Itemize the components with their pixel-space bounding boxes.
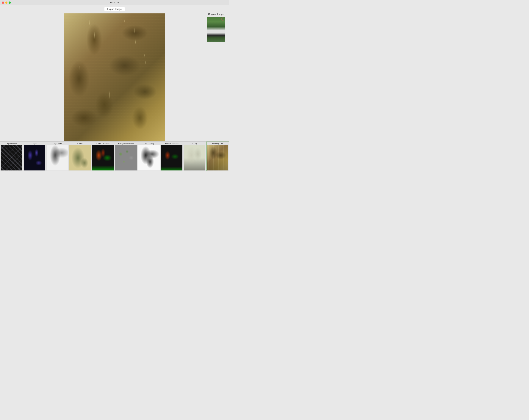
filter-item-hexagonal-pixellate[interactable]: Hexagonal Pixellate xyxy=(115,142,137,171)
filter-thumb-edges xyxy=(24,145,45,171)
filter-label-edge-detector: Edge Detector xyxy=(5,143,17,145)
filter-label-line-overlay: Line Overlay xyxy=(144,143,154,145)
filter-item-gloom[interactable]: Gloom xyxy=(69,142,92,171)
main-image xyxy=(64,13,165,144)
filter-strip: Edge Detector Edges Edge Work Gloom Gabo… xyxy=(0,141,229,171)
filter-thumb-scratchy-film xyxy=(207,145,228,171)
filter-item-edge-work[interactable]: Edge Work xyxy=(46,142,69,171)
filter-label-edges: Edges xyxy=(32,143,37,145)
filter-thumb-edge-work xyxy=(47,145,68,171)
filter-thumb-x-ray xyxy=(184,145,205,171)
filter-thumb-gabor-gradients xyxy=(92,145,114,171)
main-area: Export Image Original Image xyxy=(0,5,229,141)
canvas-container xyxy=(64,13,165,144)
filter-label-x-ray: X-Ray xyxy=(192,143,197,145)
filter-thumb-hexagonal-pixellate xyxy=(115,145,137,171)
minimize-button[interactable] xyxy=(5,1,7,4)
filter-thumb-sobel-gradients xyxy=(161,145,183,171)
filter-item-scratchy-film[interactable]: Scratchy Film xyxy=(206,142,229,171)
filter-thumb-edge-detector xyxy=(1,145,22,171)
window-title: MarkOn xyxy=(110,1,119,4)
filter-label-sobel-gradients: Sobel Gradients xyxy=(165,143,179,145)
titlebar: MarkOn xyxy=(0,0,229,5)
filter-label-scratchy-film: Scratchy Film xyxy=(212,143,223,145)
close-button[interactable] xyxy=(2,1,4,4)
filter-label-hexagonal-pixellate: Hexagonal Pixellate xyxy=(118,143,134,145)
filter-label-gabor-gradients: Gabor Gradients xyxy=(96,143,110,145)
filter-item-sobel-gradients[interactable]: Sobel Gradients xyxy=(160,142,183,171)
original-image-label: Original Image xyxy=(207,13,225,15)
maximize-button[interactable] xyxy=(9,1,11,4)
filter-item-x-ray[interactable]: X-Ray xyxy=(183,142,206,171)
filter-item-gabor-gradients[interactable]: Gabor Gradients xyxy=(92,142,115,171)
filter-label-edge-work: Edge Work xyxy=(53,143,62,145)
traffic-lights xyxy=(2,1,11,4)
filter-item-edge-detector[interactable]: Edge Detector xyxy=(0,142,23,171)
filter-item-edges[interactable]: Edges xyxy=(23,142,46,171)
filter-item-line-overlay[interactable]: Line Overlay xyxy=(137,142,160,171)
filter-label-gloom: Gloom xyxy=(77,143,83,145)
sidebar: Original Image xyxy=(207,13,225,42)
corner-icon xyxy=(221,17,225,21)
filter-thumb-gloom xyxy=(69,145,91,171)
filter-thumb-line-overlay xyxy=(138,145,160,171)
leaf-overlay xyxy=(64,13,165,144)
export-button[interactable]: Export Image xyxy=(104,7,125,11)
original-image-thumbnail xyxy=(207,17,225,42)
